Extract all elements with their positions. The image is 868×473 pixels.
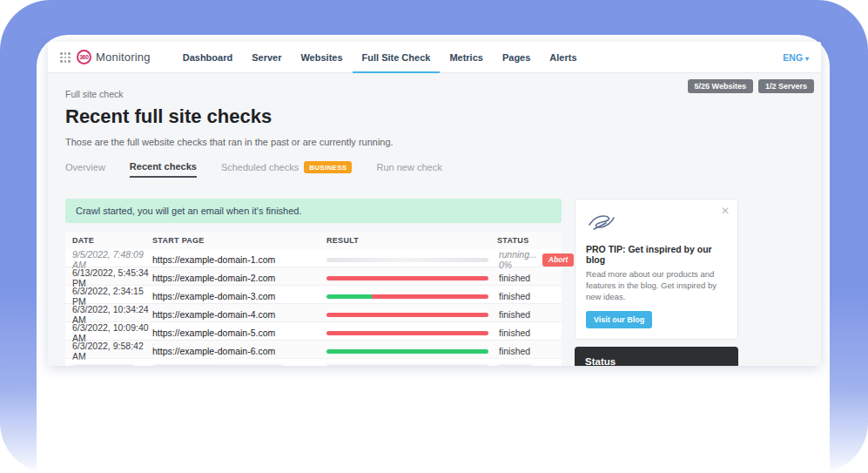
- brand-name: Monitoring: [96, 51, 151, 64]
- faded-status: [497, 365, 532, 366]
- table-row: 6/13/2022, 5:45:34 PM https://example-do…: [65, 267, 562, 286]
- tab-recent-checks[interactable]: Recent checks: [130, 161, 197, 178]
- language-selector[interactable]: ENG ▾: [783, 52, 812, 63]
- result-bar-red: [372, 294, 488, 299]
- status-card: Status SERVERS 0 open alert(s) 0 servers…: [575, 347, 738, 366]
- websites-quota-badge[interactable]: 5/25 Websites: [688, 79, 753, 93]
- col-date: DATE: [72, 236, 152, 245]
- col-status: STATUS: [497, 236, 562, 245]
- page-description: Those are the full website checks that r…: [65, 137, 804, 147]
- check-url: https://example-domain-5.com: [152, 328, 326, 338]
- nav-items: Dashboard Server Websites Full Site Chec…: [173, 42, 587, 73]
- table-row-faded: [65, 359, 562, 366]
- protip-title: PRO TIP: Get inspired by our blog: [586, 244, 727, 265]
- sketch-doodle-icon: [586, 211, 727, 237]
- result-bar-green: [326, 294, 372, 299]
- tab-overview[interactable]: Overview: [65, 162, 105, 177]
- result-bar-green: [326, 349, 488, 354]
- nav-item-full-site-check[interactable]: Full Site Check: [353, 42, 441, 73]
- col-start-page: START PAGE: [152, 236, 326, 245]
- abort-button[interactable]: Abort: [542, 253, 575, 267]
- protip-body: Read more about our products and feature…: [586, 269, 727, 302]
- check-url: https://example-domain-1.com: [152, 254, 326, 265]
- app-window: 360 Monitoring Dashboard Server Websites…: [48, 42, 821, 366]
- success-banner: Crawl started, you will get an email whe…: [65, 199, 562, 223]
- tab-bar: Overview Recent checks Scheduled checks …: [65, 161, 804, 178]
- result-progress-bar: [326, 313, 488, 317]
- result-progress-bar: [326, 258, 488, 262]
- nav-item-websites[interactable]: Websites: [291, 42, 352, 73]
- result-bar-red: [326, 313, 488, 317]
- check-status: running... 0% Abort: [497, 249, 574, 270]
- screenshot-stage: 360 Monitoring Dashboard Server Websites…: [0, 0, 868, 473]
- top-nav: 360 Monitoring Dashboard Server Websites…: [48, 42, 821, 73]
- table-row: 9/5/2022, 7:48:09 AM https://example-dom…: [65, 249, 562, 267]
- result-bar-red: [326, 276, 488, 280]
- nav-item-pages[interactable]: Pages: [493, 42, 540, 73]
- nav-item-server[interactable]: Server: [242, 42, 291, 73]
- chevron-down-icon: ▾: [805, 55, 809, 63]
- check-status: finished: [497, 273, 562, 283]
- servers-quota-badge[interactable]: 1/2 Servers: [758, 79, 814, 93]
- visit-blog-button[interactable]: Visit our Blog: [586, 311, 652, 328]
- table-row: 6/3/2022, 2:34:15 PM https://example-dom…: [65, 286, 562, 304]
- page-title: Recent full site checks: [65, 105, 804, 128]
- faded-date: [72, 365, 135, 366]
- check-status: finished: [497, 309, 562, 320]
- tab-scheduled-checks[interactable]: Scheduled checks BUSINESS: [221, 161, 353, 178]
- logo-360-icon: 360: [77, 50, 91, 64]
- faded-result: [326, 365, 488, 366]
- table-header: DATE START PAGE RESULT STATUS: [65, 232, 562, 249]
- result-progress-bar: [326, 331, 488, 335]
- check-url: https://example-domain-3.com: [152, 291, 326, 301]
- result-bar-red: [326, 331, 488, 335]
- check-url: https://example-domain-4.com: [152, 309, 326, 320]
- result-progress-bar: [326, 349, 488, 354]
- check-status: finished: [497, 346, 562, 356]
- table-row: 6/3/2022, 10:34:24 AM https://example-do…: [65, 304, 562, 322]
- table-row: 6/3/2022, 9:58:42 AM https://example-dom…: [65, 341, 562, 359]
- brand-logo[interactable]: 360 Monitoring: [77, 50, 151, 64]
- col-result: RESULT: [326, 236, 497, 245]
- faded-url: [152, 365, 283, 366]
- quota-badges: 5/25 Websites 1/2 Servers: [688, 79, 814, 93]
- tab-run-new-check[interactable]: Run new check: [376, 162, 441, 177]
- nav-item-dashboard[interactable]: Dashboard: [173, 42, 242, 73]
- table-row: 6/3/2022, 10:09:40 AM https://example-do…: [65, 322, 562, 341]
- nav-item-alerts[interactable]: Alerts: [540, 42, 586, 73]
- check-url: https://example-domain-2.com: [152, 273, 326, 283]
- status-text: running... 0%: [499, 249, 537, 270]
- tab-scheduled-checks-label: Scheduled checks: [221, 162, 299, 172]
- nav-item-metrics[interactable]: Metrics: [440, 42, 493, 73]
- result-progress-bar: [326, 294, 488, 299]
- check-status: finished: [497, 328, 562, 338]
- page-content: 5/25 Websites 1/2 Servers Full site chec…: [48, 73, 821, 366]
- status-card-title: Status: [585, 356, 728, 366]
- close-icon[interactable]: ✕: [721, 205, 730, 217]
- result-progress-bar: [326, 276, 488, 280]
- business-badge: BUSINESS: [304, 161, 352, 173]
- check-status: finished: [497, 291, 562, 301]
- check-url: https://example-domain-6.com: [152, 346, 326, 356]
- checks-table: DATE START PAGE RESULT STATUS 9/5/2022, …: [65, 232, 562, 366]
- protip-card: ✕ PRO TIP: Get inspired by our blog Read…: [575, 199, 738, 340]
- app-launcher-icon[interactable]: [60, 52, 70, 62]
